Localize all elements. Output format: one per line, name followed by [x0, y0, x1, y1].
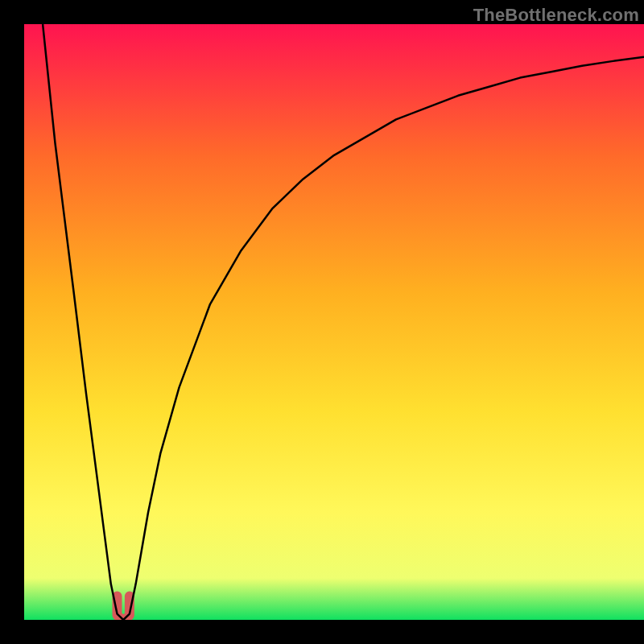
watermark-text: TheBottleneck.com: [473, 5, 639, 26]
curve-layer: [24, 24, 644, 620]
plot-area: [24, 24, 644, 620]
chart-frame: TheBottleneck.com: [0, 0, 644, 644]
bottleneck-curve: [43, 24, 644, 620]
